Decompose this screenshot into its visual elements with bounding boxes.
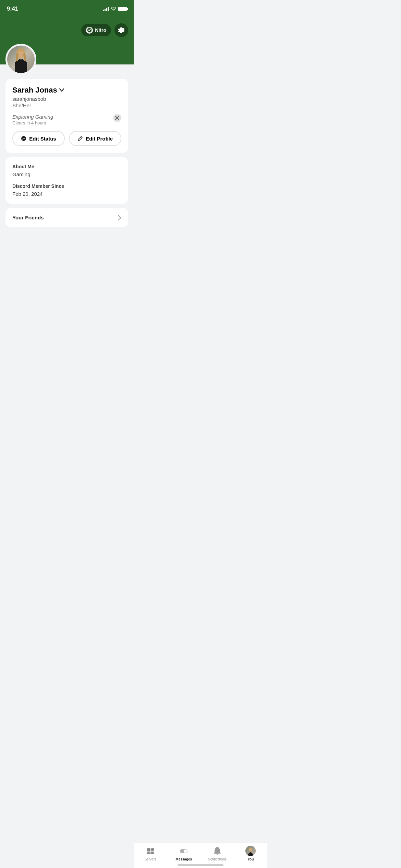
wifi-icon [111, 7, 116, 11]
about-card: About Me Gaming Discord Member Since Feb… [5, 157, 128, 204]
avatar[interactable] [5, 44, 36, 75]
action-buttons: Edit Status Edit Profile [12, 131, 121, 146]
status-icons [103, 7, 127, 11]
status-group: Exploring Gaming Clears in 4 hours [12, 114, 53, 125]
friends-row: Your Friends [12, 215, 121, 220]
nitro-button[interactable]: Nitro [81, 24, 111, 36]
edit-profile-button[interactable]: Edit Profile [69, 131, 121, 146]
profile-card: Sarah Jonas sarahjonasbob She/Her Explor… [5, 79, 128, 153]
edit-status-label: Edit Status [29, 136, 56, 142]
chevron-down-icon[interactable] [59, 88, 64, 92]
friends-label: Your Friends [12, 215, 44, 220]
status-text: Exploring Gaming [12, 114, 53, 120]
svg-point-7 [24, 138, 25, 138]
avatar-image [7, 46, 35, 73]
profile-header [0, 44, 134, 75]
settings-button[interactable] [114, 23, 128, 37]
profile-display-name: Sarah Jonas [12, 86, 57, 95]
header-area: Nitro [0, 16, 134, 44]
status-bar: 9:41 [0, 0, 134, 16]
main-content: Sarah Jonas sarahjonasbob She/Her Explor… [0, 75, 134, 231]
svg-point-6 [23, 138, 23, 138]
clear-status-button[interactable] [113, 114, 121, 122]
member-since-label: Discord Member Since [12, 183, 121, 189]
chevron-right-icon [118, 215, 121, 220]
profile-username: sarahjonasbob [12, 96, 121, 102]
svg-point-4 [18, 51, 24, 58]
profile-name-row: Sarah Jonas [12, 86, 121, 95]
nitro-icon [86, 27, 93, 34]
signal-bars-icon [103, 7, 109, 11]
edit-status-button[interactable]: Edit Status [12, 131, 65, 146]
battery-icon [118, 7, 127, 11]
friends-card[interactable]: Your Friends [5, 208, 128, 227]
svg-point-5 [21, 136, 26, 141]
edit-profile-label: Edit Profile [86, 136, 113, 142]
member-since-value: Feb 20, 2024 [12, 191, 121, 197]
status-clear-text: Clears in 4 hours [12, 120, 53, 125]
status-row: Exploring Gaming Clears in 4 hours [12, 114, 121, 125]
about-me-label: About Me [12, 164, 121, 169]
nitro-label: Nitro [95, 27, 106, 33]
status-time: 9:41 [7, 5, 18, 12]
about-me-value: Gaming [12, 171, 121, 177]
profile-pronouns: She/Her [12, 103, 121, 108]
